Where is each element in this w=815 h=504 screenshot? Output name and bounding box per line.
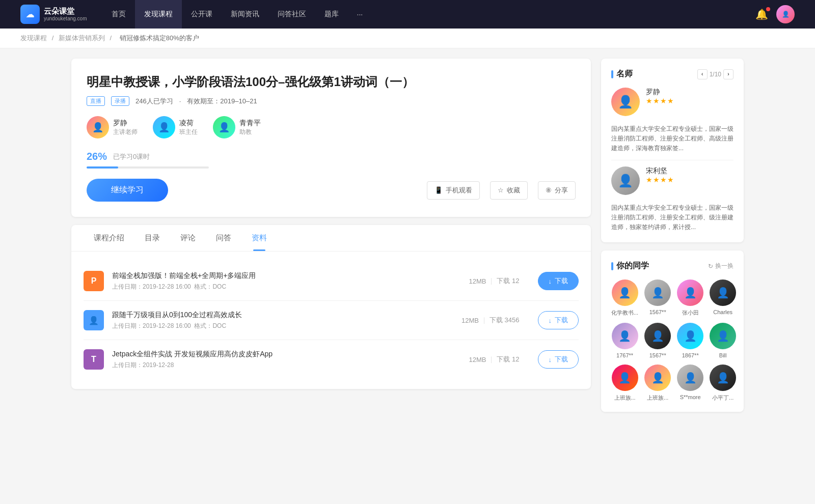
- teacher-name: 青青平: [239, 119, 261, 128]
- continue-button[interactable]: 继续学习: [87, 179, 168, 202]
- breadcrumb-link-1[interactable]: 发现课程: [20, 34, 47, 42]
- file-name: 跟随千万级项目从0到100全过程高效成长: [112, 311, 453, 320]
- nav-item-发现课程[interactable]: 发现课程: [135, 0, 182, 29]
- bell-icon[interactable]: 🔔: [755, 8, 768, 20]
- badge-record: 录播: [111, 96, 129, 106]
- sidebar-right: 名师 ‹ 1/10 › 👤 罗静 ★★★★ 国内某重点大学安全工程专业硕士，国家…: [601, 59, 744, 420]
- classmates-title: 你的同学: [611, 261, 649, 271]
- classmate-item[interactable]: 👤 1767**: [611, 323, 638, 358]
- file-downloads: 下载 12: [497, 355, 519, 364]
- collect-label: 收藏: [507, 186, 520, 195]
- teacher-avatar: 👤: [87, 116, 109, 138]
- classmate-item[interactable]: 👤 Bill: [710, 323, 736, 358]
- file-downloads: 下载 12: [497, 276, 519, 286]
- nav-item-新闻资讯[interactable]: 新闻资讯: [222, 0, 268, 29]
- classmate-name: 上班族...: [644, 394, 671, 402]
- teacher-separator: [611, 160, 734, 160]
- nav-item-问答社区[interactable]: 问答社区: [268, 0, 315, 29]
- file-item: 👤 跟随千万级项目从0到100全过程高效成长 上传日期：2019-12-28 1…: [84, 301, 579, 340]
- teachers-card: 名师 ‹ 1/10 › 👤 罗静 ★★★★ 国内某重点大学安全工程专业硕士，国家…: [601, 59, 744, 242]
- classmate-item[interactable]: 👤 上班族...: [611, 365, 638, 402]
- nav-item-···[interactable]: ···: [348, 0, 372, 29]
- classmate-name: Charles: [710, 309, 736, 315]
- download-label: 下载: [555, 355, 568, 364]
- tab-资料[interactable]: 资料: [241, 225, 277, 251]
- pagination-mini: ‹ 1/10 ›: [697, 69, 734, 79]
- nav-item-首页[interactable]: 首页: [102, 0, 135, 29]
- breadcrumb-link-2[interactable]: 新媒体营销系列: [59, 34, 105, 42]
- classmate-item[interactable]: 👤 1567**: [644, 323, 671, 358]
- user-avatar[interactable]: 👤: [776, 5, 795, 23]
- teacher-item: 👤 青青平 助教: [213, 116, 261, 138]
- student-count: 246人已学习: [135, 97, 173, 106]
- classmate-item[interactable]: 👤 S**more: [677, 365, 703, 402]
- classmate-item[interactable]: 👤 Charles: [710, 279, 736, 317]
- next-page-button[interactable]: ›: [723, 69, 734, 79]
- sidebar-teacher-desc: 国内某重点大学安全工程专业硕士，国家一级注册消防工程师、注册安全工程师、高级注册…: [611, 124, 734, 154]
- file-meta: 上传日期：2019-12-28 16:00 格式：DOC: [112, 283, 460, 291]
- classmate-item[interactable]: 👤 张小田: [677, 279, 703, 317]
- logo-text-main: 云朵课堂: [44, 7, 87, 16]
- teachers: 👤 罗静 主讲老师 👤 凌荷 班主任 👤 青青平 助教: [87, 116, 576, 138]
- file-meta: 上传日期：2019-12-28 16:00 格式：DOC: [112, 322, 453, 330]
- badge-live: 直播: [87, 96, 105, 106]
- classmates-grid: 👤 化学教书... 👤 1567** 👤 张小田 👤 Charles 👤 176…: [611, 279, 734, 402]
- sidebar-teacher-name: 宋利坚: [646, 166, 674, 176]
- classmate-avatar: 👤: [644, 323, 671, 349]
- content-left: 明星中教授课，小学阶段语法100分–强化级第1讲动词（一） 直播 录播 246人…: [71, 59, 591, 420]
- teacher-info: 凌荷 班主任: [179, 119, 198, 136]
- sidebar-teacher-desc: 国内某重点大学安全工程专业硕士，国家一级注册消防工程师、注册安全工程师、级注册建…: [611, 203, 734, 233]
- classmate-item[interactable]: 👤 1867**: [677, 323, 703, 358]
- tab-课程介绍[interactable]: 课程介绍: [84, 225, 134, 251]
- file-stats: 12MB ｜ 下载 3456: [461, 316, 520, 325]
- file-size: 12MB: [461, 317, 479, 324]
- teacher-info: 罗静 主讲老师: [113, 119, 138, 136]
- sidebar-teacher-stars: ★★★★: [646, 97, 674, 105]
- download-button[interactable]: ↓ 下载: [538, 272, 579, 290]
- prev-page-button[interactable]: ‹: [697, 69, 708, 79]
- progress-percent: 26%: [87, 151, 107, 162]
- progress-bar-fill: [87, 166, 118, 169]
- download-button[interactable]: ↓ 下载: [538, 350, 579, 369]
- tab-目录[interactable]: 目录: [134, 225, 170, 251]
- notification-badge: [766, 7, 770, 11]
- page-indicator: 1/10: [710, 71, 721, 78]
- navbar-right: 🔔 👤: [755, 5, 795, 23]
- tab-评论[interactable]: 评论: [170, 225, 206, 251]
- file-info: 前端全栈加强版！前端全栈+全周期+多端应用 上传日期：2019-12-28 16…: [112, 271, 460, 291]
- refresh-icon: ↻: [708, 263, 713, 270]
- teacher-name: 罗静: [113, 119, 138, 128]
- download-button[interactable]: ↓ 下载: [538, 311, 579, 329]
- collect-button[interactable]: ☆ 收藏: [490, 181, 528, 200]
- nav-item-公开课[interactable]: 公开课: [182, 0, 222, 29]
- classmate-name: Bill: [710, 352, 736, 358]
- tab-content: P 前端全栈加强版！前端全栈+全周期+多端应用 上传日期：2019-12-28 …: [71, 251, 591, 389]
- tab-问答[interactable]: 问答: [206, 225, 241, 251]
- nav-item-题库[interactable]: 题库: [315, 0, 348, 29]
- share-button[interactable]: ⑧ 分享: [538, 181, 576, 200]
- teacher-role: 助教: [239, 128, 261, 136]
- classmate-item[interactable]: 👤 小平丁...: [710, 365, 736, 402]
- classmate-item[interactable]: 👤 上班族...: [644, 365, 671, 402]
- mobile-watch-button[interactable]: 📱 手机观看: [427, 181, 480, 200]
- progress-section: 26% 已学习0课时: [87, 151, 576, 169]
- classmate-item[interactable]: 👤 1567**: [644, 279, 671, 317]
- file-name: 前端全栈加强版！前端全栈+全周期+多端应用: [112, 271, 460, 281]
- classmate-name: 1867**: [677, 352, 703, 358]
- teacher-info: 青青平 助教: [239, 119, 261, 136]
- teachers-card-header: 名师 ‹ 1/10 ›: [611, 69, 734, 79]
- refresh-button[interactable]: ↻ 换一换: [708, 262, 734, 270]
- logo[interactable]: ☁ 云朵课堂 yundouketang.com: [20, 5, 87, 24]
- mobile-label: 手机观看: [446, 186, 472, 195]
- teacher-avatar: 👤: [153, 116, 175, 138]
- classmate-item[interactable]: 👤 化学教书...: [611, 279, 638, 317]
- navbar: ☁ 云朵课堂 yundouketang.com 首页发现课程公开课新闻资讯问答社…: [0, 0, 815, 29]
- file-info: Jetpack全组件实战 开发短视频应用高仿皮皮虾App 上传日期：2019-1…: [112, 350, 460, 370]
- mobile-icon: 📱: [434, 186, 443, 194]
- file-size: 12MB: [469, 277, 486, 285]
- file-info: 跟随千万级项目从0到100全过程高效成长 上传日期：2019-12-28 16:…: [112, 311, 453, 330]
- course-actions: 继续学习 📱 手机观看 ☆ 收藏 ⑧ 分享: [87, 179, 576, 202]
- classmate-avatar: 👤: [644, 279, 671, 306]
- progress-bar-bg: [87, 166, 209, 169]
- file-name: Jetpack全组件实战 开发短视频应用高仿皮皮虾App: [112, 350, 460, 359]
